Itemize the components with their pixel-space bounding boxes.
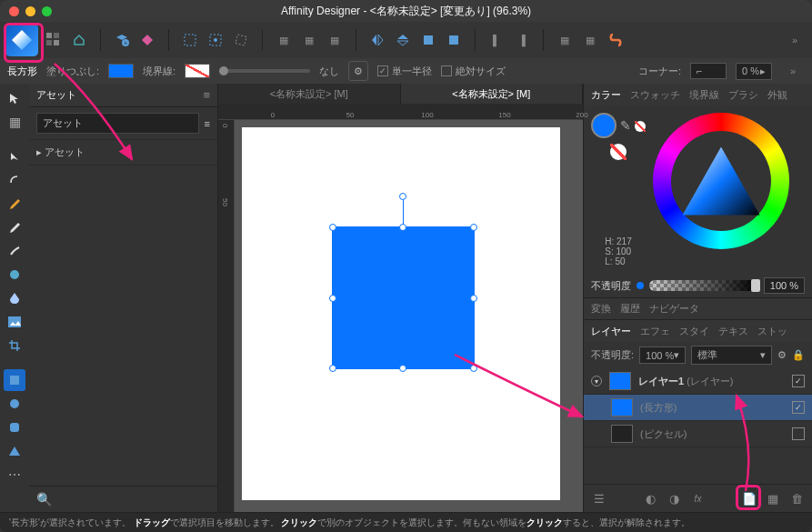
panel-menu-icon[interactable]: ≡	[203, 88, 210, 102]
layers-tab[interactable]: レイヤー	[591, 325, 631, 338]
node-tool[interactable]	[4, 146, 25, 167]
adjustment-icon[interactable]: ◑	[667, 490, 683, 507]
rotate-cw-icon[interactable]	[442, 28, 466, 52]
assets-tab[interactable]: アセット	[36, 88, 76, 102]
layer-row-pixel[interactable]: (ピクセル)	[584, 421, 812, 447]
selection-transform-icon[interactable]	[229, 28, 253, 52]
visibility-toggle[interactable]: ✓	[792, 401, 805, 414]
selection-add-icon[interactable]	[204, 28, 227, 52]
asset-options-icon[interactable]: ≡	[205, 118, 210, 129]
expand-icon[interactable]: ▾	[591, 376, 602, 386]
effects-tab[interactable]: エフェ	[640, 325, 670, 338]
layer-lock-icon[interactable]: 🔒	[792, 349, 805, 361]
arrange-1-icon[interactable]: ▦	[272, 28, 296, 52]
close-window[interactable]	[9, 6, 19, 16]
add-page-icon[interactable]: 📄	[741, 490, 757, 507]
add-layer-icon[interactable]: +	[110, 28, 134, 52]
color-wheel[interactable]	[653, 113, 789, 249]
delete-layer-icon[interactable]: 🗑	[788, 490, 805, 507]
layer-stack-icon[interactable]: ☰	[591, 490, 607, 507]
layer-opacity-input[interactable]: 100 %▾	[639, 346, 686, 364]
corner-style-dropdown[interactable]: ⌐	[690, 63, 727, 79]
fill-tool[interactable]	[4, 264, 25, 286]
minimize-window[interactable]	[25, 6, 35, 16]
resize-handle-mr[interactable]	[470, 295, 477, 302]
resize-handle-tr[interactable]	[470, 224, 477, 231]
grid-1-icon[interactable]: ▦	[553, 28, 576, 52]
more-shapes-tool[interactable]: ⋯	[4, 464, 25, 486]
persona-designer-icon[interactable]	[5, 24, 38, 56]
move-tool[interactable]	[4, 87, 25, 109]
single-radius-checkbox[interactable]: ✓単一半径	[377, 65, 432, 78]
stroke-tab[interactable]: 境界線	[689, 88, 719, 102]
layer-row-group[interactable]: ▾ レイヤー1 (レイヤー) ✓	[584, 368, 812, 395]
layer-row-rect[interactable]: (長方形) ✓	[584, 395, 812, 421]
flip-v-icon[interactable]	[391, 28, 415, 52]
symbol-icon[interactable]	[135, 28, 159, 52]
rectangle-tool[interactable]	[4, 369, 25, 391]
triangle-tool[interactable]	[4, 440, 25, 462]
resize-handle-tm[interactable]	[399, 224, 406, 231]
document-tab-2[interactable]: <名称未設定> [M]	[401, 84, 584, 104]
toolbar-menu-icon[interactable]: »	[783, 28, 807, 52]
text-tab[interactable]: テキス	[718, 325, 748, 338]
styles-tab[interactable]: スタイ	[679, 325, 709, 338]
corner-tool[interactable]	[4, 169, 25, 191]
blend-mode-dropdown[interactable]: 標準▾	[691, 346, 772, 365]
pen-tool[interactable]	[4, 193, 25, 215]
absolute-size-checkbox[interactable]: 絶対サイズ	[441, 65, 506, 78]
crop-tool[interactable]	[4, 335, 25, 356]
brush-tab[interactable]: ブラシ	[728, 88, 758, 102]
artboard[interactable]	[242, 127, 560, 500]
search-icon[interactable]: 🔍	[36, 492, 52, 507]
place-image-tool[interactable]	[4, 311, 25, 333]
eyedropper-icon[interactable]: ✎	[620, 118, 631, 133]
visibility-toggle[interactable]	[792, 427, 805, 440]
align-center-icon[interactable]: ▐	[510, 28, 534, 52]
color-tab[interactable]: カラー	[591, 88, 621, 102]
align-left-icon[interactable]: ▌	[485, 28, 508, 52]
rounded-rect-tool[interactable]	[4, 417, 25, 438]
transform-tab[interactable]: 変換	[591, 302, 611, 316]
pencil-tool[interactable]	[4, 216, 25, 238]
persona-export-icon[interactable]	[67, 28, 91, 52]
resize-handle-tl[interactable]	[329, 224, 336, 231]
brush-tool[interactable]	[4, 240, 25, 262]
flip-h-icon[interactable]	[366, 28, 389, 52]
fx-icon[interactable]: fx	[690, 490, 707, 507]
stock-tab[interactable]: ストッ	[757, 325, 787, 338]
stroke-swatch[interactable]	[185, 64, 210, 78]
asset-group[interactable]: ▸ アセット	[36, 146, 85, 159]
fill-swatch[interactable]	[108, 64, 134, 78]
document-tab-1[interactable]: <名称未設定> [M]	[218, 84, 401, 104]
resize-handle-bm[interactable]	[399, 365, 406, 372]
resize-handle-ml[interactable]	[329, 295, 336, 302]
viewport[interactable]: 0 50	[218, 120, 583, 512]
selection-marquee-icon[interactable]	[178, 28, 202, 52]
stroke-preview[interactable]	[610, 144, 627, 160]
grid-2-icon[interactable]: ▦	[578, 28, 602, 52]
snap-icon[interactable]	[604, 28, 627, 52]
ellipse-tool[interactable]	[4, 393, 25, 415]
optbar-more-icon[interactable]: »	[781, 59, 805, 83]
stroke-width-slider[interactable]	[219, 69, 310, 73]
visibility-toggle[interactable]: ✓	[792, 375, 805, 387]
arrange-2-icon[interactable]: ▦	[297, 28, 321, 52]
resize-handle-bl[interactable]	[329, 365, 336, 372]
opacity-slider[interactable]	[649, 280, 758, 291]
asset-category-dropdown[interactable]: アセット	[36, 113, 199, 134]
transparency-tool[interactable]	[4, 287, 25, 309]
group-icon[interactable]: ▦	[765, 490, 781, 507]
layer-settings-icon[interactable]: ⚙	[777, 349, 787, 361]
appearance-tab[interactable]: 外観	[767, 88, 787, 102]
maximize-window[interactable]	[42, 6, 52, 16]
arrange-3-icon[interactable]: ▦	[323, 28, 346, 52]
navigator-tab[interactable]: ナビゲータ	[649, 302, 699, 316]
none-color-icon[interactable]	[635, 121, 646, 132]
rectangle-shape[interactable]	[333, 227, 474, 368]
mask-icon[interactable]: ◐	[643, 490, 659, 507]
stroke-options-button[interactable]: ⚙	[348, 61, 368, 81]
rotate-handle[interactable]	[399, 193, 406, 200]
artboard-tool[interactable]: ▦	[4, 111, 25, 133]
persona-pixel-icon[interactable]	[42, 28, 65, 52]
